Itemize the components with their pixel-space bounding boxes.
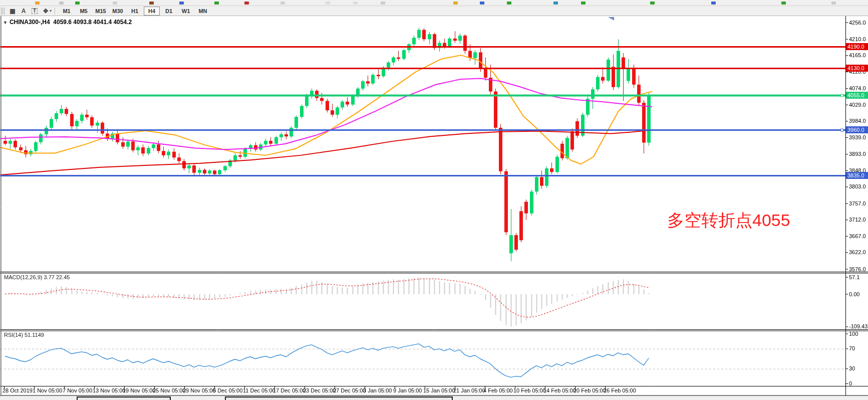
toolbar-grip[interactable] — [1, 8, 5, 15]
date-axis-label: 9 Jan 05:00 — [393, 387, 422, 393]
timeframe-button-mn[interactable]: MN — [195, 7, 211, 16]
timeframe-button-d1[interactable]: D1 — [161, 7, 177, 16]
clipped-icon — [831, 2, 836, 5]
letter-a-icon[interactable]: A — [18, 7, 29, 15]
price-axis-label: 3939.0 — [849, 134, 866, 140]
price-tag[interactable]: 4055.0 — [846, 92, 868, 99]
date-axis-label: 11 Dec 05:00 — [243, 387, 275, 393]
clipped-icon — [553, 2, 558, 5]
clipped-icon — [113, 2, 117, 5]
clipped-icon — [179, 2, 184, 5]
chart-canvas[interactable] — [0, 0, 868, 400]
date-axis-label: 1 Nov 05:00 — [33, 387, 62, 393]
date-axis-label: 26 Feb 05:00 — [604, 387, 636, 393]
clipped-icon — [711, 2, 716, 5]
clipped-icon — [75, 2, 80, 5]
price-tag[interactable]: 4190.0 — [846, 43, 868, 50]
date-axis-label: 20 Feb 05:00 — [573, 387, 606, 393]
tick-chart-icon[interactable]: ▦ — [7, 7, 18, 15]
rsi-axis-label: 0 — [849, 380, 852, 386]
rsi-indicator-label: RSI(14) 51.1149 — [4, 332, 44, 338]
chart-title: ▼CHINA300-,H4 4059.6 4093.8 4041.4 4054.… — [3, 19, 132, 26]
date-axis-label: 13 Nov 05:00 — [93, 387, 125, 393]
clipped-icon — [280, 2, 285, 5]
clipped-icon — [35, 2, 40, 5]
timeframe-button-h4[interactable]: H4 — [144, 7, 160, 16]
text-box-icon[interactable]: T — [29, 7, 40, 15]
toolbar: ▦AT✥▾ M1M5M15M30H1H4D1W1MN — [0, 6, 868, 16]
clipped-toolbar-icons-row — [0, 0, 868, 6]
price-tag[interactable]: 3835.0 — [846, 172, 868, 179]
clipped-icon — [480, 2, 484, 5]
clipped-icon — [59, 2, 64, 5]
clipped-icon — [149, 2, 154, 5]
price-axis-label: 3893.0 — [849, 151, 866, 157]
price-axis-label: 3667.0 — [849, 233, 866, 239]
rsi-axis-label: 30 — [849, 365, 855, 371]
date-axis-label: 25 Nov 05:00 — [153, 387, 185, 393]
clipped-windows-strip — [0, 396, 868, 400]
toolbar-separator — [55, 8, 55, 15]
date-axis-label: 19 Nov 05:00 — [123, 387, 155, 393]
price-tag[interactable]: 4130.0 — [846, 65, 868, 72]
date-axis-label: 29 Nov 05:00 — [183, 387, 215, 393]
date-axis-label: 4 Feb 05:00 — [483, 387, 513, 393]
date-axis-label: 15 Jan 05:00 — [423, 387, 455, 393]
timeframe-button-m5[interactable]: M5 — [76, 7, 92, 16]
clipped-icon — [781, 2, 786, 5]
macd-axis-label: 0.00 — [849, 291, 859, 297]
clipped-icon — [581, 2, 586, 5]
timeframe-button-m30[interactable]: M30 — [110, 7, 126, 16]
clipped-icon — [244, 2, 249, 5]
mt4-terminal: ▦AT✥▾ M1M5M15M30H1H4D1W1MN ▼CHINA300-,H4… — [0, 0, 868, 400]
date-axis-label: 7 Nov 05:00 — [63, 387, 92, 393]
clipped-icon — [326, 2, 330, 5]
date-axis-label: 28 Oct 2019 — [3, 387, 33, 393]
clipped-icon — [650, 2, 655, 5]
clipped-icon — [381, 2, 385, 5]
timeframe-button-h1[interactable]: H1 — [127, 7, 143, 16]
price-axis-label: 4256.0 — [849, 20, 866, 26]
date-axis-label: 27 Dec 05:00 — [333, 387, 366, 393]
date-axis-label: 23 Dec 05:00 — [303, 387, 336, 393]
price-axis-label: 3576.0 — [849, 266, 866, 272]
timeframe-bar: M1M5M15M30H1H4D1W1MN — [58, 7, 211, 16]
symbol-period-label: CHINA300-,H4 — [10, 19, 50, 26]
price-tag[interactable]: 3960.0 — [846, 126, 868, 133]
price-axis-label: 4029.0 — [849, 102, 866, 108]
rsi-axis-label: 70 — [849, 345, 855, 351]
dropdown-caret-icon[interactable]: ▾ — [50, 9, 52, 13]
date-axis-label: 17 Dec 05:00 — [273, 387, 306, 393]
clipped-window-top — [77, 396, 171, 400]
rsi-axis-label: 100 — [849, 331, 858, 337]
macd-axis-label: 57.1 — [849, 274, 859, 280]
macd-axis-label: -109.43 — [849, 323, 867, 329]
price-axis-label: 4074.0 — [849, 85, 866, 91]
clipped-icon — [507, 2, 511, 5]
date-axis-label: 3 Jan 05:00 — [363, 387, 392, 393]
drawing-tools-group: ▦AT✥▾ — [7, 7, 52, 15]
price-axis-label: 4210.0 — [849, 36, 866, 42]
timeframe-button-w1[interactable]: W1 — [178, 7, 194, 16]
price-axis-label: 3757.0 — [849, 201, 866, 207]
price-axis-label: 3712.0 — [849, 217, 866, 223]
price-axis-label: 3803.0 — [849, 183, 866, 189]
date-axis-label: 14 Feb 05:00 — [543, 387, 576, 393]
date-axis-label: 21 Jan 05:00 — [453, 387, 485, 393]
macd-indicator-label: MACD(12,26,9) 3.77 22.45 — [4, 274, 70, 280]
chart-text-annotation[interactable]: 多空转折点4055 — [667, 209, 790, 232]
ohlc-values: 4059.6 4093.8 4041.4 4054.2 — [53, 19, 132, 26]
clipped-icon — [453, 2, 458, 5]
price-axis-label: 3622.0 — [849, 249, 866, 255]
timeframe-button-m1[interactable]: M1 — [59, 7, 75, 16]
clipped-window-top — [225, 396, 453, 400]
date-axis-label: 5 Dec 05:00 — [213, 387, 242, 393]
collapse-chart-icon[interactable]: ▼ — [3, 20, 8, 25]
price-axis-label: 4165.0 — [849, 52, 866, 58]
clipped-icon — [214, 2, 219, 5]
date-axis-label: 10 Feb 05:00 — [513, 387, 546, 393]
clipped-icon — [353, 2, 358, 5]
price-axis-label: 3984.0 — [849, 118, 866, 124]
timeframe-button-m15[interactable]: M15 — [93, 7, 109, 16]
